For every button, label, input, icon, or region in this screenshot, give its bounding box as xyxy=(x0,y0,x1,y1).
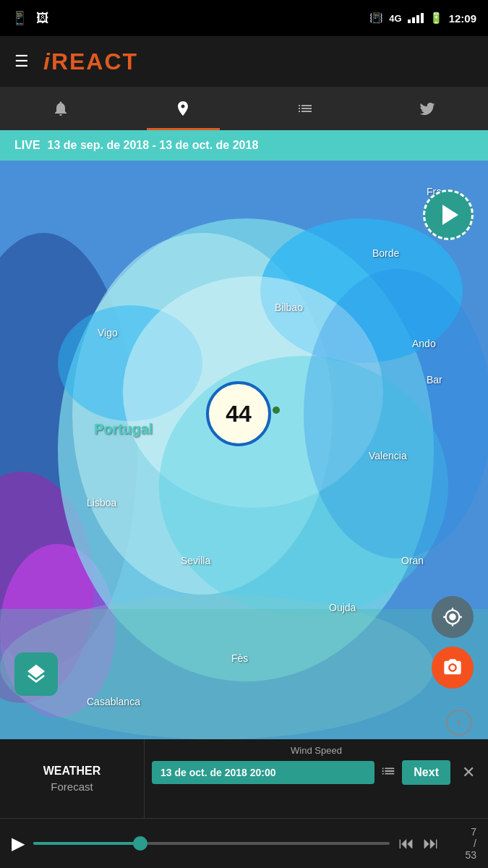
camera-icon xyxy=(442,658,463,678)
slider-track xyxy=(33,842,390,845)
locate-me-button[interactable] xyxy=(432,596,474,638)
forecast-label: Forecast xyxy=(51,780,93,793)
date-controls: 13 de oct. de 2018 20:00 Next ✕ xyxy=(152,760,481,785)
date-display: 13 de oct. de 2018 20:00 xyxy=(152,761,374,784)
weather-forecast-section: WEATHER Forecast xyxy=(0,739,145,818)
slider-thumb[interactable] xyxy=(133,836,147,851)
location-icon xyxy=(174,100,192,117)
info-button[interactable]: i xyxy=(446,710,472,736)
live-date-range: 13 de sep. de 2018 - 13 de oct. de 2018 xyxy=(48,139,259,152)
value-dot xyxy=(273,407,280,414)
status-icons-left: 📱 🖼 xyxy=(12,10,49,26)
page-divider: / xyxy=(474,838,476,849)
value-number: 44 xyxy=(226,401,252,427)
list-icon xyxy=(380,763,396,779)
timeline-section: Wind Speed 13 de oct. de 2018 20:00 Next… xyxy=(145,739,488,818)
vibrate-icon: 📳 xyxy=(369,12,383,25)
status-icons-right: 📳 4G 🔋 12:09 xyxy=(369,12,476,25)
logo-i: i xyxy=(43,48,51,75)
network-label: 4G xyxy=(389,13,401,24)
nav-tabs xyxy=(0,87,488,130)
whatsapp-icon: 📱 xyxy=(12,10,27,26)
skip-to-end-button[interactable]: ⏭ xyxy=(423,834,439,853)
status-bar: 📱 🖼 📳 4G 🔋 12:09 xyxy=(0,0,488,36)
app-header: ☰ iREACT xyxy=(0,36,488,87)
camera-button[interactable] xyxy=(432,647,474,689)
value-badge: 44 xyxy=(206,381,271,446)
app-logo: iREACT xyxy=(43,48,138,75)
tab-location[interactable] xyxy=(122,87,244,130)
map-area[interactable]: Fra Borde Bilbao Ando Vigo Bar Portugal … xyxy=(0,161,488,746)
time-display: 12:09 xyxy=(449,12,476,25)
live-bar: LIVE 13 de sep. de 2018 - 13 de oct. de … xyxy=(0,130,488,161)
menu-button[interactable]: ☰ xyxy=(14,52,29,71)
bottom-panel: WEATHER Forecast Wind Speed 13 de oct. d… xyxy=(0,739,488,868)
weather-label: WEATHER xyxy=(43,765,101,778)
layers-button[interactable] xyxy=(14,652,58,696)
next-button[interactable]: Next xyxy=(402,760,450,785)
wind-speed-label: Wind Speed xyxy=(152,745,481,756)
layers-icon xyxy=(25,663,48,686)
list-view-icon[interactable] xyxy=(380,763,396,783)
skip-to-start-button[interactable]: ⏮ xyxy=(398,834,414,853)
progress-slider[interactable] xyxy=(33,842,390,845)
tab-list[interactable] xyxy=(244,87,367,130)
tab-twitter[interactable] xyxy=(366,87,488,130)
svg-point-12 xyxy=(304,269,488,558)
image-icon: 🖼 xyxy=(36,11,49,26)
bell-icon xyxy=(52,100,69,117)
live-badge: LIVE xyxy=(14,139,40,152)
play-animation-button[interactable] xyxy=(423,190,474,240)
crosshair-icon xyxy=(442,607,463,627)
list-icon xyxy=(296,100,314,117)
close-button[interactable]: ✕ xyxy=(456,763,481,782)
tab-notifications[interactable] xyxy=(0,87,122,130)
map-overlay xyxy=(0,161,488,746)
play-button[interactable]: ▶ xyxy=(12,833,25,854)
page-current: 7 xyxy=(471,826,476,838)
bottom-panel-top: WEATHER Forecast Wind Speed 13 de oct. d… xyxy=(0,739,488,819)
page-total: 53 xyxy=(465,849,476,861)
playback-controls: ▶ ⏮ ⏭ 7 / 53 xyxy=(0,819,488,868)
logo-react: REACT xyxy=(51,48,138,75)
twitter-icon xyxy=(419,100,436,117)
battery-icon: 🔋 xyxy=(429,12,443,25)
page-count: 7 / 53 xyxy=(448,826,476,861)
signal-bars xyxy=(408,13,424,23)
svg-point-11 xyxy=(0,595,434,739)
slider-fill xyxy=(33,842,140,845)
